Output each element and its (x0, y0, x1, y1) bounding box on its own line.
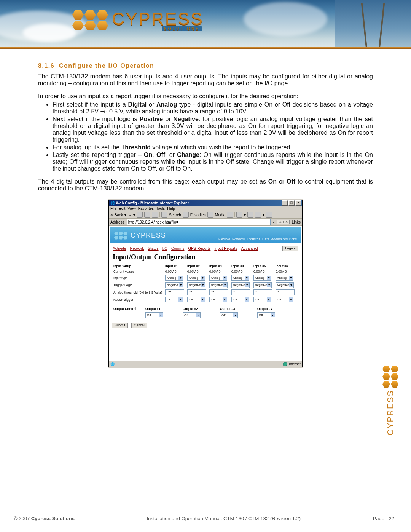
maximize-button[interactable]: □ (288, 200, 295, 206)
nav-status[interactable]: Status (148, 246, 158, 251)
brand-name: CYPRESS SOLUTIONS (112, 8, 204, 29)
report-trigger-select[interactable]: Off▼ (187, 297, 205, 302)
stop-icon[interactable] (137, 212, 143, 218)
col-header: Input #5 (252, 264, 274, 269)
threshold-input[interactable]: 0.0 (276, 289, 295, 295)
output-select[interactable]: Off▼ (183, 312, 201, 318)
mail-icon[interactable] (236, 212, 242, 218)
trigger-logic-select[interactable]: Negative▼ (209, 282, 228, 288)
input-setup-table: Input Setup Input #1 Input #2 Input #3 I… (112, 264, 296, 303)
row-header: Input Setup (112, 264, 164, 269)
threshold-input[interactable]: 0.0 (231, 289, 250, 295)
output-select[interactable]: Off▼ (220, 312, 238, 318)
zone-icon (283, 362, 287, 366)
row-label: Trigger Logic (112, 281, 164, 289)
report-trigger-select[interactable]: Off▼ (165, 297, 183, 302)
honeycomb-icon (379, 366, 402, 388)
input-type-select[interactable]: Analog▼ (276, 275, 293, 281)
honeycomb-icon (72, 10, 108, 30)
toolbar-search[interactable]: Search (169, 213, 181, 217)
input-type-select[interactable]: Analog▼ (231, 275, 249, 281)
toolbar-media[interactable]: Media (215, 213, 225, 217)
nav-io[interactable]: I/O (162, 246, 167, 251)
submit-button[interactable]: Submit (112, 323, 128, 328)
list-item: Next select if the input logic is Positi… (53, 116, 373, 143)
report-trigger-select[interactable]: Off▼ (276, 297, 293, 302)
menu-help[interactable]: Help (167, 206, 175, 211)
home-icon[interactable] (152, 212, 158, 218)
chevron-down-icon: ▼ (223, 297, 227, 302)
threshold-input[interactable]: 0.0 (253, 289, 272, 295)
logout-button[interactable]: Logout (282, 246, 298, 251)
webconfig-banner: CYPRESS Flexible, Powerful, Industrial D… (110, 227, 301, 243)
cancel-button[interactable]: Cancel (131, 323, 147, 328)
trigger-logic-select[interactable]: Negative▼ (165, 282, 183, 288)
nav-activate[interactable]: Activate (113, 246, 126, 251)
print-icon[interactable] (247, 212, 253, 218)
go-button[interactable]: ⇨ Go (277, 220, 290, 224)
toolbar-favorites[interactable]: Favorites (190, 213, 206, 217)
output-select[interactable]: Off▼ (257, 312, 275, 318)
current-value: 0.00V 0 (186, 269, 208, 274)
discuss-icon[interactable] (266, 212, 272, 218)
report-trigger-select[interactable]: Off▼ (209, 297, 227, 302)
close-button[interactable]: × (295, 200, 301, 206)
side-brand-logo: CYPRESS (379, 366, 402, 435)
menu-bar[interactable]: File Edit View Favorites Tools Help (109, 206, 302, 211)
input-type-select[interactable]: Analog▼ (165, 275, 183, 281)
nav-comms[interactable]: Comms (171, 246, 184, 251)
brand-subtitle: SOLUTIONS (162, 26, 202, 31)
menu-edit[interactable]: Edit (119, 206, 125, 211)
nav-input-reports[interactable]: Input Reports (214, 246, 237, 251)
col-header: Output #1 (144, 306, 181, 312)
col-header: Output #3 (218, 306, 256, 312)
forward-button[interactable]: → (128, 213, 132, 217)
threshold-input[interactable]: 0.0 (187, 289, 206, 295)
menu-favorites[interactable]: Favorites (138, 206, 154, 211)
edit-icon[interactable] (255, 212, 261, 218)
refresh-icon[interactable] (144, 212, 150, 218)
output-select[interactable]: Off▼ (145, 312, 163, 318)
links-label[interactable]: Links (292, 220, 301, 224)
threshold-input[interactable]: 0.0 (209, 289, 228, 295)
chevron-down-icon: ▼ (289, 283, 293, 287)
trigger-logic-select[interactable]: Negative▼ (187, 282, 206, 288)
menu-tools[interactable]: Tools (156, 206, 165, 211)
minimize-button[interactable]: _ (282, 200, 288, 206)
security-zone: Internet (289, 362, 301, 366)
threshold-input[interactable]: 0.0 (165, 289, 184, 295)
chevron-down-icon: ▼ (159, 313, 163, 317)
copyright: © 2007 Cypress Solutions (14, 516, 75, 521)
nav-gps-reports[interactable]: GPS Reports (188, 246, 210, 251)
history-icon[interactable] (227, 212, 233, 218)
report-trigger-select[interactable]: Off▼ (253, 297, 271, 302)
ie-logo-icon: 🌐 (110, 362, 115, 366)
favorites-icon[interactable] (183, 212, 189, 218)
nav-advanced[interactable]: Advanced (241, 246, 258, 251)
trigger-logic-select[interactable]: Negative▼ (231, 282, 250, 288)
webconfig-tagline: Flexible, Powerful, Industrial Data Mode… (218, 237, 297, 241)
chevron-down-icon: ▼ (201, 283, 205, 287)
row-label: Analog threshold (0.0 to 9.9 Volts) (112, 289, 164, 296)
list-item: First select if the input is a Digital o… (53, 101, 373, 115)
trigger-logic-select[interactable]: Negative▼ (276, 282, 294, 288)
col-header: Input #2 (186, 264, 208, 269)
outputs-paragraph: The 4 digital outputs may be controlled … (38, 178, 373, 192)
row-label: Current values (112, 269, 164, 274)
back-button[interactable]: ⇦ Back (110, 213, 123, 217)
chevron-down-icon: ▼ (201, 297, 205, 302)
search-icon[interactable] (161, 212, 167, 218)
report-trigger-select[interactable]: Off▼ (231, 297, 249, 302)
input-type-select[interactable]: Analog▼ (209, 275, 227, 281)
media-icon[interactable] (207, 212, 213, 218)
trigger-logic-select[interactable]: Negative▼ (253, 282, 272, 288)
nav-network[interactable]: Network (130, 246, 144, 251)
row-label: Report trigger (112, 296, 164, 303)
menu-file[interactable]: File (110, 206, 116, 211)
menu-view[interactable]: View (127, 206, 136, 211)
address-input[interactable] (127, 219, 271, 225)
chevron-down-icon: ▼ (223, 283, 227, 287)
input-type-select[interactable]: Analog▼ (187, 275, 205, 281)
input-type-select[interactable]: Analog▼ (253, 275, 271, 281)
address-label: Address (110, 220, 124, 224)
